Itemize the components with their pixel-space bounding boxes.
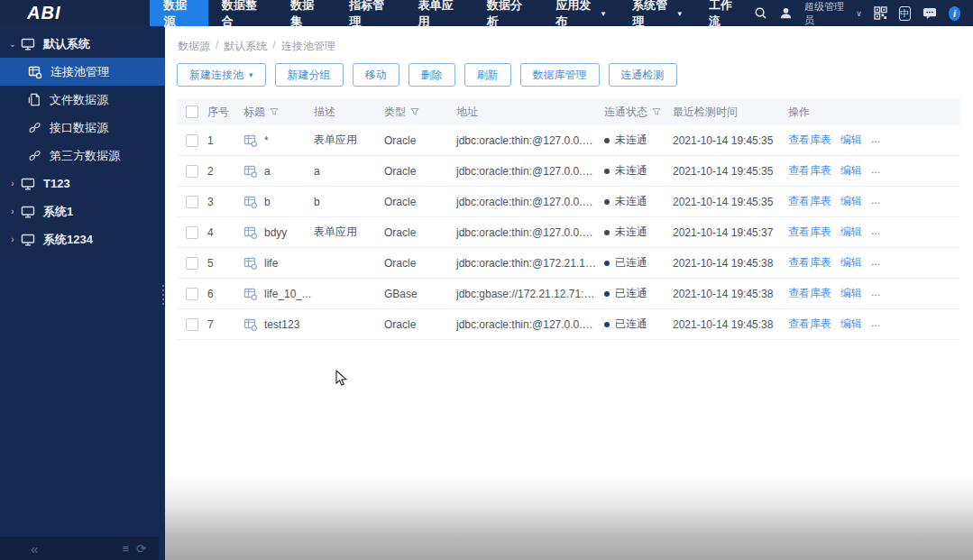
view-tables-link[interactable]: 查看库表 <box>788 194 831 209</box>
column-header-last-check-time[interactable]: 最近检测时间 <box>673 105 788 120</box>
view-tables-link[interactable]: 查看库表 <box>788 225 831 240</box>
column-header-title[interactable]: 标题 <box>243 105 314 120</box>
column-header-type[interactable]: 类型 <box>384 105 456 120</box>
more-actions-link[interactable]: ... <box>871 163 880 179</box>
delete-button[interactable]: 删除 <box>408 63 455 87</box>
column-header-operations[interactable]: 操作 <box>788 105 960 120</box>
row-no: 6 <box>207 288 243 300</box>
row-title[interactable]: bdyy <box>264 226 287 239</box>
language-switch-icon[interactable]: 中 <box>899 6 911 21</box>
tab-datasource[interactable]: 数据源 <box>150 0 208 26</box>
row-checkbox[interactable] <box>186 288 198 300</box>
chevron-expanded-icon[interactable]: ⌄ <box>8 39 17 49</box>
select-all-checkbox[interactable] <box>186 106 198 118</box>
sidebar-footer: « ≡ ⟳ <box>0 537 159 560</box>
column-header-status[interactable]: 连通状态 <box>604 105 673 120</box>
tab-dataset[interactable]: 数据集 <box>277 0 335 26</box>
row-title[interactable]: life_10_... <box>264 288 311 300</box>
tab-data-integration[interactable]: 数据整合 <box>208 0 277 26</box>
more-actions-link[interactable]: ... <box>871 286 880 301</box>
sidebar-resize-handle[interactable] <box>159 26 165 560</box>
table-row: 6 life_10_... GBase jdbc:gbase://172.21.… <box>177 279 960 309</box>
filter-icon[interactable] <box>410 107 419 116</box>
breadcrumb-item-connection-pool[interactable]: 连接池管理 <box>281 39 335 54</box>
message-icon[interactable] <box>923 6 937 20</box>
row-title[interactable]: b <box>264 196 271 208</box>
tab-system-management[interactable]: 系统管理▾ <box>619 0 695 26</box>
connectivity-check-button[interactable]: 连通检测 <box>609 63 677 87</box>
tab-workflow[interactable]: 工作流 <box>695 0 754 26</box>
more-actions-link[interactable]: ... <box>871 194 880 209</box>
edit-link[interactable]: 编辑 <box>840 133 862 148</box>
sidebar-item-file-datasource[interactable]: 文件数据源 <box>0 86 165 114</box>
refresh-icon[interactable]: ⟳ <box>136 542 146 555</box>
row-last-check-time: 2021-10-14 19:45:38 <box>673 288 788 300</box>
sidebar-item-connection-pool[interactable]: 连接池管理 <box>0 58 165 86</box>
info-icon[interactable]: i <box>949 6 960 21</box>
row-address: jdbc:oracle:thin:@127.0.0.1:1... <box>456 196 604 208</box>
column-header-no[interactable]: 序号 <box>207 105 243 120</box>
row-description: b <box>314 196 384 208</box>
more-actions-link[interactable]: ... <box>871 225 880 240</box>
edit-link[interactable]: 编辑 <box>840 225 862 240</box>
sidebar-group-system1[interactable]: › 系统1 <box>0 197 165 225</box>
row-checkbox[interactable] <box>186 165 198 178</box>
thirdparty-datasource-icon <box>28 149 41 162</box>
row-title[interactable]: * <box>264 134 269 147</box>
filter-icon[interactable] <box>270 107 279 116</box>
current-user-name[interactable]: 超级管理员 <box>804 0 844 27</box>
sidebar-item-thirdparty-datasource[interactable]: 第三方数据源 <box>0 142 165 170</box>
sidebar-group-system1234[interactable]: › 系统1234 <box>0 225 165 253</box>
move-button[interactable]: 移动 <box>353 63 399 87</box>
tab-form-application[interactable]: 表单应用 <box>405 0 473 26</box>
view-tables-link[interactable]: 查看库表 <box>788 255 831 271</box>
chevron-collapsed-icon[interactable]: › <box>8 234 17 244</box>
collapse-sidebar-icon[interactable]: « <box>31 541 38 556</box>
tab-app-publish[interactable]: 应用发布▾ <box>542 0 619 26</box>
column-header-description[interactable]: 描述 <box>314 105 384 120</box>
row-checkbox[interactable] <box>186 134 198 147</box>
view-tables-link[interactable]: 查看库表 <box>788 133 831 148</box>
chevron-collapsed-icon[interactable]: › <box>8 207 17 216</box>
edit-link[interactable]: 编辑 <box>840 317 862 332</box>
edit-link[interactable]: 编辑 <box>840 194 862 209</box>
user-avatar-icon[interactable] <box>779 6 793 20</box>
view-tables-link[interactable]: 查看库表 <box>788 317 831 332</box>
chevron-collapsed-icon[interactable]: › <box>8 179 17 188</box>
refresh-button[interactable]: 刷新 <box>464 63 511 87</box>
breadcrumb-item-default-system[interactable]: 默认系统 <box>224 39 267 54</box>
monitor-icon <box>21 205 35 219</box>
sidebar-group-t123[interactable]: › T123 <box>0 170 165 197</box>
row-title[interactable]: a <box>264 165 271 178</box>
row-checkbox[interactable] <box>186 226 198 239</box>
row-checkbox[interactable] <box>186 196 198 208</box>
sidebar-group-default-system[interactable]: ⌄ 默认系统 <box>0 30 165 58</box>
topbar-right-actions: 超级管理员 ∨ 中 i <box>754 0 973 26</box>
row-title[interactable]: test123 <box>264 318 299 331</box>
user-menu-chevron-icon[interactable]: ∨ <box>856 9 862 18</box>
filter-icon[interactable] <box>652 107 661 116</box>
row-operations: 查看库表 编辑 ... <box>788 133 960 148</box>
column-header-address[interactable]: 地址 <box>456 105 604 120</box>
row-checkbox[interactable] <box>186 257 198 270</box>
new-group-button[interactable]: 新建分组 <box>275 63 344 87</box>
tab-data-analysis[interactable]: 数据分析 <box>473 0 542 26</box>
sidebar-item-api-datasource[interactable]: 接口数据源 <box>0 114 165 142</box>
view-tables-link[interactable]: 查看库表 <box>788 286 831 301</box>
more-actions-link[interactable]: ... <box>871 317 880 332</box>
new-connection-pool-button[interactable]: 新建连接池▾ <box>177 63 266 87</box>
row-checkbox[interactable] <box>186 318 198 331</box>
view-tables-link[interactable]: 查看库表 <box>788 163 831 179</box>
tab-metric-management[interactable]: 指标管理 <box>335 0 404 26</box>
menu-icon[interactable]: ≡ <box>123 542 130 555</box>
more-actions-link[interactable]: ... <box>871 133 880 148</box>
edit-link[interactable]: 编辑 <box>840 286 862 301</box>
search-icon[interactable] <box>754 6 767 20</box>
edit-link[interactable]: 编辑 <box>840 255 862 271</box>
breadcrumb-item-datasource[interactable]: 数据源 <box>178 39 210 54</box>
row-title[interactable]: life <box>264 257 278 270</box>
qr-code-icon[interactable] <box>874 6 887 20</box>
edit-link[interactable]: 编辑 <box>840 163 862 179</box>
database-management-button[interactable]: 数据库管理 <box>520 63 600 87</box>
more-actions-link[interactable]: ... <box>871 255 880 271</box>
